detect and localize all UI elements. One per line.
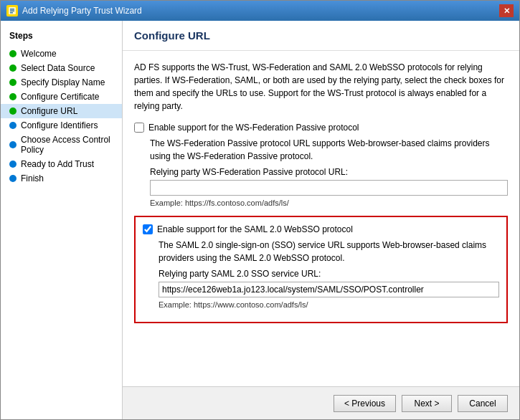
sidebar-item-configure-url[interactable]: Configure URL — [1, 104, 122, 118]
previous-button[interactable]: < Previous — [334, 395, 396, 412]
sidebar-label-welcome: Welcome — [21, 49, 57, 59]
svg-rect-1 — [10, 9, 14, 10]
main-window: Add Relying Party Trust Wizard ✕ Steps W… — [0, 0, 520, 420]
sidebar-label-select-data: Select Data Source — [21, 63, 95, 73]
sidebar-title: Steps — [1, 28, 122, 47]
sidebar: Steps Welcome Select Data Source Specify… — [1, 21, 123, 419]
description-text: AD FS supports the WS-Trust, WS-Federati… — [134, 61, 508, 113]
dot-ready — [9, 161, 16, 168]
sidebar-label-ready: Ready to Add Trust — [21, 159, 94, 169]
titlebar: Add Relying Party Trust Wizard ✕ — [1, 1, 519, 21]
sidebar-item-choose-access[interactable]: Choose Access Control Policy — [1, 133, 122, 157]
saml-checkbox[interactable] — [143, 224, 153, 234]
ws-federation-checkbox[interactable] — [134, 123, 144, 133]
saml-description: The SAML 2.0 single-sign-on (SSO) servic… — [159, 239, 499, 264]
svg-rect-3 — [10, 12, 13, 14]
main-body: AD FS supports the WS-Trust, WS-Federati… — [123, 51, 519, 386]
main-header: Configure URL — [123, 21, 519, 51]
dot-cert — [9, 93, 16, 100]
sidebar-item-specify-display-name[interactable]: Specify Display Name — [1, 75, 122, 90]
dot-display-name — [9, 79, 16, 86]
sidebar-item-ready-to-add[interactable]: Ready to Add Trust — [1, 157, 122, 171]
svg-rect-2 — [10, 11, 14, 12]
titlebar-left: Add Relying Party Trust Wizard — [6, 5, 142, 16]
sidebar-label-cert: Configure Certificate — [21, 92, 99, 102]
ws-federation-section: Enable support for the WS-Federation Pas… — [134, 123, 508, 207]
window-title: Add Relying Party Trust Wizard — [22, 6, 142, 16]
sidebar-item-welcome[interactable]: Welcome — [1, 47, 122, 61]
sidebar-label-finish: Finish — [21, 173, 44, 183]
sidebar-item-finish[interactable]: Finish — [1, 171, 122, 186]
ws-federation-label: Enable support for the WS-Federation Pas… — [148, 123, 359, 133]
sidebar-item-configure-identifiers[interactable]: Configure Identifiers — [1, 118, 122, 133]
next-button[interactable]: Next > — [402, 395, 452, 412]
main-content: Configure URL AD FS supports the WS-Trus… — [123, 21, 519, 419]
ws-federation-url-input[interactable] — [150, 180, 508, 196]
saml-label: Enable support for the SAML 2.0 WebSSO p… — [157, 224, 353, 234]
close-button[interactable]: ✕ — [499, 4, 514, 17]
sidebar-label-access: Choose Access Control Policy — [21, 135, 113, 155]
page-heading: Configure URL — [134, 29, 508, 42]
sidebar-item-configure-certificate[interactable]: Configure Certificate — [1, 90, 122, 104]
dot-identifiers — [9, 122, 16, 129]
saml-url-label: Relying party SAML 2.0 SSO service URL: — [159, 269, 499, 279]
ws-federation-description: The WS-Federation Passive protocol URL s… — [150, 137, 508, 163]
ws-federation-indent: The WS-Federation Passive protocol URL s… — [150, 137, 508, 207]
cancel-button[interactable]: Cancel — [458, 395, 508, 412]
saml-indent: The SAML 2.0 single-sign-on (SSO) servic… — [159, 239, 499, 309]
dot-welcome — [9, 50, 16, 57]
saml-checkbox-row: Enable support for the SAML 2.0 WebSSO p… — [143, 224, 499, 234]
sidebar-label-display-name: Specify Display Name — [21, 77, 105, 87]
saml-section: Enable support for the SAML 2.0 WebSSO p… — [134, 216, 508, 323]
sidebar-label-identifiers: Configure Identifiers — [21, 120, 98, 130]
ws-federation-example: Example: https://fs.contoso.com/adfs/ls/ — [150, 199, 508, 207]
dot-url — [9, 108, 16, 115]
ws-federation-checkbox-row: Enable support for the WS-Federation Pas… — [134, 123, 508, 133]
dot-select-data — [9, 65, 16, 72]
dot-access — [9, 141, 16, 148]
sidebar-item-select-data-source[interactable]: Select Data Source — [1, 61, 122, 75]
sidebar-label-url: Configure URL — [21, 106, 77, 116]
ws-federation-url-label: Relying party WS-Federation Passive prot… — [150, 167, 508, 177]
footer: < Previous Next > Cancel — [123, 386, 519, 419]
saml-example: Example: https://www.contoso.com/adfs/ls… — [159, 300, 499, 309]
layout-wrapper: Steps Welcome Select Data Source Specify… — [1, 21, 519, 419]
dot-finish — [9, 175, 16, 182]
app-icon — [6, 5, 18, 16]
saml-url-input[interactable] — [159, 282, 499, 297]
